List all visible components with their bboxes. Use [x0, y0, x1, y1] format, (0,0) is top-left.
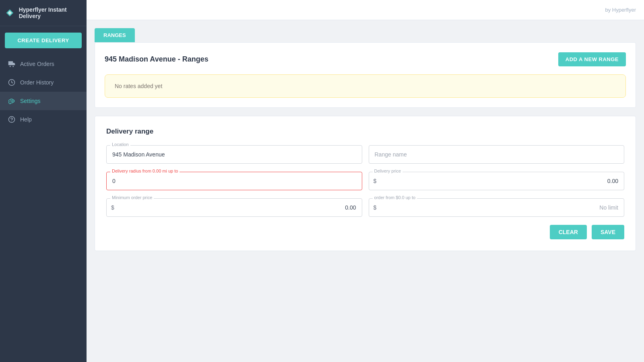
- sidebar-item-order-history-label: Order History: [20, 79, 54, 86]
- save-button[interactable]: SAVE: [592, 225, 624, 239]
- clock-icon: [8, 79, 15, 86]
- ranges-tab[interactable]: RANGES: [95, 28, 135, 42]
- delivery-price-label: Delivery price: [373, 169, 403, 173]
- form-actions: CLEAR SAVE: [106, 225, 624, 239]
- topbar: by Hyperflyer: [87, 0, 644, 20]
- logo-icon: [5, 7, 15, 19]
- create-delivery-button[interactable]: CREATE DELIVERY: [5, 33, 82, 48]
- tab-strip: RANGES: [95, 28, 636, 42]
- radius-input[interactable]: [106, 172, 362, 190]
- sidebar-item-order-history[interactable]: Order History: [0, 73, 87, 92]
- sidebar-item-help[interactable]: Help: [0, 110, 87, 129]
- form-row-location: Location: [106, 145, 624, 164]
- sidebar-item-active-orders[interactable]: Active Orders: [0, 55, 87, 73]
- brand-label: by Hyperflyer: [605, 7, 636, 13]
- no-rates-notice: No rates added yet: [105, 74, 626, 98]
- min-order-label: Minimum order price: [110, 195, 154, 200]
- min-order-prefix: $: [111, 204, 114, 211]
- truck-icon: [8, 60, 15, 68]
- form-row-radius: Delivery radius from 0.00 mi up to Deliv…: [106, 172, 624, 190]
- sidebar-item-active-orders-label: Active Orders: [20, 61, 54, 67]
- sidebar: Hyperflyer Instant Delivery CREATE DELIV…: [0, 0, 87, 362]
- delivery-range-card: Delivery range Location Delivery radius …: [95, 116, 636, 251]
- radius-label: Delivery radius from 0.00 mi up to: [110, 169, 180, 173]
- ranges-card-header: 945 Madison Avenue - Ranges ADD A NEW RA…: [105, 52, 626, 66]
- order-up-to-input[interactable]: [369, 198, 625, 217]
- sidebar-header: Hyperflyer Instant Delivery: [0, 0, 87, 26]
- delivery-price-input[interactable]: [369, 172, 625, 190]
- add-new-range-button[interactable]: ADD A NEW RANGE: [558, 52, 626, 66]
- ranges-card: 945 Madison Avenue - Ranges ADD A NEW RA…: [95, 42, 636, 108]
- app-title: Hyperflyer Instant Delivery: [19, 6, 82, 19]
- delivery-range-title: Delivery range: [106, 128, 624, 136]
- location-field: Location: [106, 145, 362, 164]
- order-up-to-prefix: $: [374, 204, 377, 211]
- main-content: RANGES 945 Madison Avenue - Ranges ADD A…: [87, 20, 644, 362]
- sidebar-nav: Active Orders Order History Settings Hel…: [0, 55, 87, 129]
- form-row-min-order: Minimum order price $ order from $0.0 up…: [106, 198, 624, 217]
- gear-icon: [8, 97, 15, 105]
- question-icon: [8, 116, 15, 123]
- delivery-price-prefix: $: [374, 178, 377, 184]
- location-label: Location: [110, 142, 130, 147]
- radius-field: Delivery radius from 0.00 mi up to: [106, 172, 362, 190]
- sidebar-item-settings-label: Settings: [20, 98, 41, 104]
- order-up-to-label: order from $0.0 up to: [373, 195, 417, 200]
- range-name-input[interactable]: [369, 145, 625, 164]
- location-input[interactable]: [106, 145, 362, 164]
- clear-button[interactable]: CLEAR: [550, 225, 587, 239]
- sidebar-item-help-label: Help: [20, 116, 32, 123]
- range-name-field: [369, 145, 625, 164]
- sidebar-item-settings[interactable]: Settings: [0, 92, 87, 110]
- no-rates-text: No rates added yet: [115, 83, 162, 89]
- min-order-field: Minimum order price $: [106, 198, 362, 217]
- delivery-price-field: Delivery price $: [369, 172, 625, 190]
- order-up-to-field: order from $0.0 up to $: [369, 198, 625, 217]
- ranges-title: 945 Madison Avenue - Ranges: [105, 55, 208, 64]
- min-order-input[interactable]: [106, 198, 362, 217]
